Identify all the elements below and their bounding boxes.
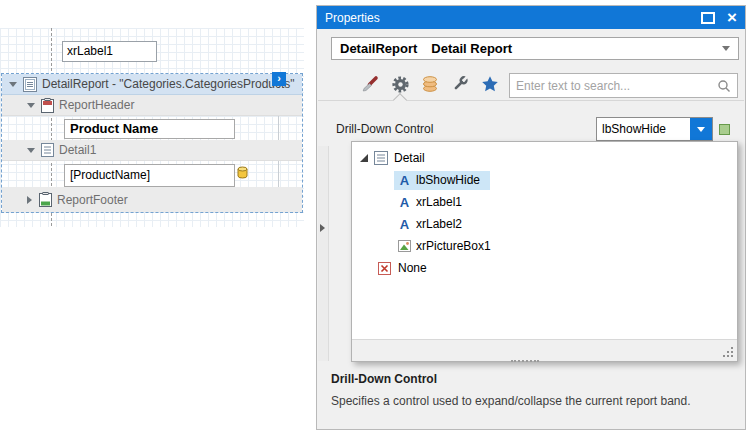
panel-title: Properties [325, 11, 380, 25]
property-description-title: Drill-Down Control [331, 372, 437, 386]
label-control-icon: A [398, 217, 411, 232]
band-icon [23, 77, 37, 92]
chevron-right-icon[interactable] [320, 224, 325, 232]
header-label-cell[interactable]: Product Name [64, 119, 235, 139]
tree-node-lbshowhide[interactable]: A lbShowHide [352, 169, 737, 191]
label-control-icon: A [398, 195, 411, 210]
popup-drag-handle[interactable] [511, 360, 539, 362]
band-header-report-footer[interactable]: ReportFooter [2, 187, 302, 212]
column-guide [278, 161, 279, 187]
popup-footer [352, 339, 737, 361]
band-title: ReportFooter [57, 193, 128, 207]
search-input[interactable] [510, 79, 717, 93]
chevron-down-icon[interactable] [9, 82, 17, 87]
chevron-down-icon[interactable] [27, 103, 35, 108]
tree-node-label: None [398, 261, 427, 275]
selected-item-highlight: A lbShowHide [394, 171, 490, 190]
properties-titlebar[interactable]: Properties × [317, 6, 745, 29]
active-tab-notch [393, 93, 407, 107]
tree-node-label: lbShowHide [416, 173, 480, 187]
tree-node-xrlabel2[interactable]: A xrLabel2 [352, 213, 737, 235]
chevron-down-icon [697, 127, 705, 132]
tree-node-label: xrPictureBox1 [416, 239, 491, 253]
drilldown-dropdown-popup: Detail A lbShowHide A xrLabel1 A xrLabel… [351, 141, 738, 362]
column-guide [278, 116, 279, 140]
none-icon [378, 262, 391, 275]
resize-grip[interactable] [731, 355, 733, 357]
properties-panel: Properties × DetailReport Detail Report [316, 5, 746, 430]
tab-data-database-icon[interactable] [420, 74, 440, 94]
search-box[interactable] [509, 73, 738, 98]
tree-node-xrpicturebox1[interactable]: xrPictureBox1 [352, 235, 737, 257]
tree-node-none[interactable]: None [352, 257, 737, 279]
tree-node-xrlabel1[interactable]: A xrLabel1 [352, 191, 737, 213]
chevron-down-icon [722, 46, 730, 51]
tree-node-label: Detail [394, 151, 425, 165]
data-binding-icon [237, 166, 248, 179]
object-name: DetailReport [340, 41, 417, 56]
property-name-label: Drill-Down Control [336, 122, 433, 136]
tree-node-detail[interactable]: Detail [352, 147, 737, 169]
maximize-icon[interactable] [701, 12, 715, 24]
close-icon[interactable]: × [727, 11, 737, 25]
tab-appearance-brush-icon[interactable] [360, 74, 380, 94]
property-description-text: Specifies a control used to expand/colla… [331, 394, 691, 408]
tab-properties-gear-icon[interactable] [390, 74, 410, 94]
report-footer-band-icon [39, 192, 52, 207]
property-modified-marker[interactable] [719, 124, 730, 135]
band-header-report-header[interactable]: ReportHeader [2, 95, 302, 116]
chevron-right-icon[interactable] [27, 196, 32, 204]
combobox-value: lbShowHide [602, 118, 666, 140]
toolbar-separator [318, 100, 744, 101]
property-grid-edge [318, 146, 329, 361]
band-title: DetailReport - "Categories.CategoriesPro… [42, 77, 295, 91]
detail-report-band-group[interactable]: DetailReport - "Categories.CategoriesPro… [1, 73, 303, 213]
object-selector-combobox[interactable]: DetailReport Detail Report [331, 37, 739, 60]
report-header-band-icon [41, 98, 54, 113]
picture-box-icon [398, 240, 411, 252]
tab-behavior-wrench-icon[interactable] [450, 74, 470, 94]
band-header-detail1[interactable]: Detail1 [2, 140, 302, 161]
band-title: ReportHeader [59, 98, 134, 112]
chevron-down-icon[interactable] [27, 148, 35, 153]
report-designer-screen: xrLabel1 DetailReport - "Categories.Cate… [0, 0, 746, 437]
label-control-xrlabel1[interactable]: xrLabel1 [62, 41, 157, 62]
tree-node-label: xrLabel1 [416, 195, 462, 209]
smart-tag-button[interactable]: › [272, 72, 286, 86]
object-type: Detail Report [431, 41, 512, 56]
productname-field-cell[interactable]: [ProductName] [64, 164, 235, 187]
label-control-icon: A [398, 173, 411, 188]
detail-band-icon [41, 143, 54, 157]
expander-icon[interactable] [360, 154, 368, 162]
combobox-dropdown-button[interactable] [690, 118, 712, 140]
drilldown-control-combobox[interactable]: lbShowHide [596, 117, 713, 141]
search-icon[interactable] [717, 79, 731, 93]
detail-band-icon [374, 151, 388, 165]
band-header-detail-report[interactable]: DetailReport - "Categories.CategoriesPro… [2, 74, 302, 95]
band-title: Detail1 [59, 143, 96, 157]
tree-node-label: xrLabel2 [416, 217, 462, 231]
tab-favorites-star-icon[interactable] [480, 74, 500, 94]
